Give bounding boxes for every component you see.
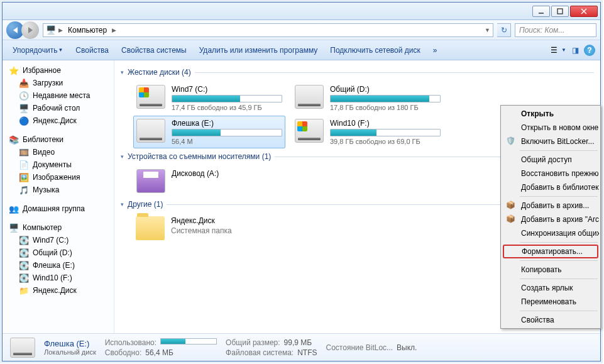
drive-icon <box>10 338 35 358</box>
drive-d[interactable]: Общий (D:)17,8 ГБ свободно из 180 ГБ <box>292 82 444 114</box>
separator <box>520 311 598 311</box>
separator <box>520 196 598 197</box>
libraries-icon: 📚 <box>9 135 19 145</box>
floppy-drive-a[interactable]: Дисковод (A:) <box>133 166 285 196</box>
uninstall-button[interactable]: Удалить или изменить программу <box>194 43 323 57</box>
ctx-properties[interactable]: Свойства <box>502 313 599 327</box>
breadcrumb-sep-icon: ▶ <box>112 27 116 33</box>
close-button[interactable] <box>570 6 598 17</box>
homegroup-icon: 👥 <box>9 204 19 214</box>
view-mode-button[interactable]: ☰ <box>547 44 560 57</box>
yadisk-folder[interactable]: Яндекс.ДискСистемная папка <box>133 214 285 243</box>
sidebar-item-video[interactable]: 🎞️Видео <box>3 146 114 158</box>
separator <box>520 260 598 261</box>
sidebar-item-yadisk[interactable]: 🔵Яндекс.Диск <box>3 114 114 127</box>
winrar-icon: 📦 <box>506 201 516 211</box>
hdd-group-header[interactable]: ▾Жесткие диски (4) <box>121 68 594 77</box>
libraries-group[interactable]: 📚Библиотеки <box>3 133 114 146</box>
maximize-button[interactable] <box>551 6 569 17</box>
search-input[interactable]: Поиск: Ком... <box>515 23 596 37</box>
address-bar[interactable]: 🖥️ ▶ Компьютер ▶ ▼ <box>43 23 493 37</box>
ctx-add-library[interactable]: Добавить в библиотеку <box>502 180 599 194</box>
sidebar-item-drive-d[interactable]: 💽Общий (D:) <box>3 246 114 259</box>
star-icon: ⭐ <box>9 65 19 75</box>
floppy-icon <box>136 169 165 193</box>
drive-e[interactable]: Флешка (E:)56,4 М <box>133 116 285 148</box>
recent-icon: 🕓 <box>19 91 29 101</box>
nav-forward-button[interactable] <box>21 21 39 39</box>
drive-icon <box>136 85 165 109</box>
titlebar <box>3 3 600 20</box>
selected-drive-type: Локальный диск <box>44 348 96 356</box>
ctx-create-shortcut[interactable]: Создать ярлык <box>502 281 599 295</box>
drive-icon <box>295 85 324 109</box>
ctx-bitlocker[interactable]: 🛡️Включить BitLocker... <box>502 135 599 148</box>
ctx-open[interactable]: Открыть <box>502 107 599 121</box>
sidebar-item-computer[interactable]: 🖥️Компьютер <box>4 221 113 234</box>
shield-icon: 🛡️ <box>506 136 516 146</box>
breadcrumb-sep-icon: ▶ <box>58 27 63 33</box>
ctx-copy[interactable]: Копировать <box>502 263 599 277</box>
drive-icon: 💽 <box>19 248 29 258</box>
sidebar-item-drive-e[interactable]: 💽Флешка (E:) <box>3 259 114 272</box>
map-drive-button[interactable]: Подключить сетевой диск <box>325 43 425 57</box>
drive-icon <box>295 119 324 143</box>
yadisk-icon: 🔵 <box>19 116 29 126</box>
toolbar-more-button[interactable]: » <box>428 43 442 57</box>
separator <box>520 150 598 151</box>
address-dropdown-icon[interactable]: ▼ <box>485 27 490 33</box>
organize-button[interactable]: Упорядочить▼ <box>8 43 68 57</box>
drive-icon: 💽 <box>19 273 29 283</box>
details-pane: Флешка (E:) Локальный диск Использовано:… <box>3 333 600 361</box>
ctx-rename[interactable]: Переименовать <box>502 295 599 309</box>
ctx-restore-previous[interactable]: Восстановить прежнюю <box>502 167 599 180</box>
drive-icon <box>136 119 165 143</box>
docs-icon: 📄 <box>19 160 29 170</box>
sidebar-item-drive-f[interactable]: 💽Wind10 (F:) <box>3 272 114 284</box>
sidebar-item-downloads[interactable]: 📥Загрузки <box>3 77 114 89</box>
minimize-button[interactable] <box>532 6 550 17</box>
sidebar-item-desktop[interactable]: 🖥️Рабочий стол <box>3 102 114 114</box>
sidebar-item-drive-c[interactable]: 💽Wind7 (C:) <box>3 234 114 246</box>
breadcrumb-computer[interactable]: Компьютер <box>65 25 109 35</box>
homegroup[interactable]: 👥Домашняя группа <box>3 202 114 215</box>
drive-f[interactable]: Wind10 (F:)39,8 ГБ свободно из 69,0 ГБ <box>292 116 444 148</box>
sidebar-item-images[interactable]: 🖼️Изображения <box>3 171 114 184</box>
drive-icon: 💽 <box>19 235 29 245</box>
ctx-share[interactable]: Общий доступ <box>502 153 599 167</box>
separator <box>520 279 598 279</box>
sidebar-item-recent[interactable]: 🕓Недавние места <box>3 89 114 102</box>
preview-pane-button[interactable]: ◨ <box>569 44 581 57</box>
download-icon: 📥 <box>19 78 29 88</box>
properties-button[interactable]: Свойства <box>70 43 114 57</box>
drive-c[interactable]: Wind7 (C:)17,4 ГБ свободно из 45,9 ГБ <box>133 82 285 114</box>
context-menu: Открыть Открыть в новом окне 🛡️Включить … <box>500 105 601 329</box>
ctx-format[interactable]: Форматировать... <box>503 245 598 258</box>
collapse-icon: ▾ <box>121 153 124 160</box>
ctx-sync[interactable]: Синхронизация общих п <box>502 226 599 240</box>
drive-icon: 💽 <box>19 260 29 270</box>
svg-rect-1 <box>557 9 563 14</box>
help-button[interactable]: ? <box>584 45 595 56</box>
folder-icon: 📁 <box>19 285 29 295</box>
ctx-open-new-window[interactable]: Открыть в новом окне <box>502 121 599 135</box>
favorites-group[interactable]: ⭐Избранное <box>3 64 114 77</box>
toolbar: Упорядочить▼ Свойства Свойства системы У… <box>3 40 600 60</box>
computer-icon: 🖥️ <box>46 25 56 35</box>
sidebar-item-yadisk-folder[interactable]: 📁Яндекс.Диск <box>3 284 114 297</box>
sidebar-item-documents[interactable]: 📄Документы <box>3 158 114 171</box>
chevron-down-icon: ▼ <box>561 47 566 53</box>
system-properties-button[interactable]: Свойства системы <box>116 43 192 57</box>
sidebar-item-music[interactable]: 🎵Музыка <box>3 184 114 196</box>
refresh-button[interactable]: ↻ <box>497 23 511 37</box>
images-icon: 🖼️ <box>19 172 29 182</box>
collapse-icon: ▾ <box>121 69 124 75</box>
explorer-window: 🖥️ ▶ Компьютер ▶ ▼ ↻ Поиск: Ком... Упоря… <box>2 2 601 361</box>
selected-drive-name: Флешка (E:) <box>44 339 96 348</box>
ctx-add-archive-named[interactable]: 📦Добавить в архив "Archiv <box>502 212 599 226</box>
address-bar-row: 🖥️ ▶ Компьютер ▶ ▼ ↻ Поиск: Ком... <box>3 20 600 40</box>
ctx-add-archive[interactable]: 📦Добавить в архив... <box>502 199 599 212</box>
separator <box>520 242 598 243</box>
music-icon: 🎵 <box>19 185 29 195</box>
collapse-icon: ▾ <box>121 201 124 207</box>
